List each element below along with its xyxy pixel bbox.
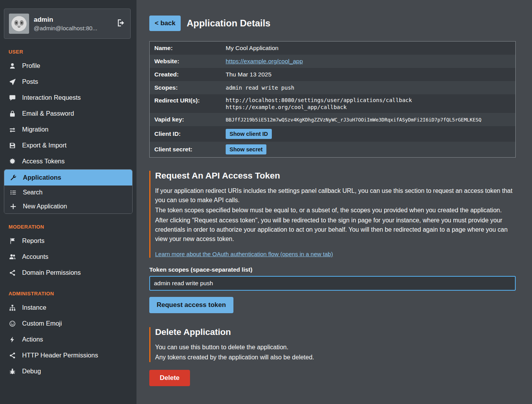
website-link[interactable]: https://example.org/cool_app	[226, 58, 303, 64]
token-paragraphs: If your application redirect URIs includ…	[155, 186, 516, 244]
request-access-token-button[interactable]: Request access token	[149, 297, 233, 313]
detail-label: Redirect URI(s):	[150, 94, 223, 107]
detail-label: Client secret:	[150, 143, 223, 156]
main-content: < back Application Details Name:My Cool …	[136, 0, 532, 404]
details-table: Name:My Cool ApplicationWebsite:https://…	[149, 41, 516, 158]
paper-plane-icon	[9, 78, 16, 85]
delete-paragraphs: You can use this button to delete the ap…	[155, 343, 516, 362]
certificate-icon	[9, 158, 16, 165]
show-client-id-button[interactable]: Show client ID	[226, 129, 272, 139]
sidebar-item-new-application[interactable]: New Application	[4, 199, 132, 213]
sidebar-item-label: Domain Permissions	[22, 269, 81, 276]
delete-section-block: Delete Application You can use this butt…	[149, 327, 516, 362]
sidebar-section-label: ADMINISTRATION	[9, 291, 136, 296]
user-handle: @admin@localhost:80...	[34, 25, 97, 31]
avatar	[9, 14, 29, 34]
sidebar-item-label: Export & Import	[22, 142, 67, 149]
token-scopes-label: Token scopes (space-separated list)	[149, 266, 516, 273]
user-icon	[9, 62, 16, 69]
back-button[interactable]: < back	[149, 16, 181, 31]
sidebar-item-label: Posts	[22, 78, 38, 85]
sidebar-item-label: Actions	[22, 336, 43, 343]
sidebar-item-instance[interactable]: Instance	[0, 300, 136, 316]
user-name: admin	[34, 16, 97, 24]
detail-label: Name:	[150, 42, 223, 54]
detail-value: admin read write push	[223, 82, 515, 93]
paragraph: If your application redirect URIs includ…	[155, 186, 516, 205]
token-section: Request An API Access Token If your appl…	[149, 171, 516, 313]
sidebar-item-actions[interactable]: Actions	[0, 331, 136, 347]
share-nodes-icon	[9, 269, 16, 276]
detail-value: Show client ID	[223, 126, 515, 142]
sidebar-item-label: Reports	[22, 237, 45, 244]
sidebar-item-debug[interactable]: Debug	[0, 363, 136, 379]
detail-row-redirect-uri-s: Redirect URI(s):http://localhost:8080/se…	[150, 94, 515, 113]
sidebar-item-label: Migration	[22, 126, 48, 133]
detail-row-vapid-key: Vapid key:BBJffJ219b5iE512m7wQSzv4KgKDhg…	[150, 113, 515, 126]
delete-section-title: Delete Application	[155, 327, 516, 337]
users-icon	[9, 253, 16, 260]
sidebar-item-access-tokens[interactable]: Access Tokens	[0, 153, 136, 169]
sidebar-item-label: Debug	[22, 368, 41, 375]
sidebar-item-domain-permissions[interactable]: Domain Permissions	[0, 265, 136, 281]
sidebar-item-label: Profile	[22, 62, 40, 69]
sidebar-submenu: SearchNew Application	[4, 186, 132, 213]
sitemap-icon	[9, 304, 16, 311]
delete-button[interactable]: Delete	[149, 370, 190, 386]
detail-label: Created:	[150, 68, 223, 81]
detail-label: Scopes:	[150, 81, 223, 94]
detail-label: Vapid key:	[150, 113, 223, 126]
sidebar-item-migration[interactable]: Migration	[0, 121, 136, 137]
sidebar-item-posts[interactable]: Posts	[0, 74, 136, 90]
plus-icon	[9, 203, 17, 210]
sidebar-item-applications[interactable]: Applications	[4, 170, 132, 186]
detail-value: http://localhost:8080/settings/user/appl…	[223, 94, 515, 113]
sidebar-item-interaction-requests[interactable]: Interaction Requests	[0, 90, 136, 106]
sidebar-item-email-password[interactable]: Email & Password	[0, 106, 136, 121]
share-nodes-icon	[9, 352, 16, 359]
lock-icon	[9, 110, 16, 117]
oauth-docs-link[interactable]: Learn more about the OAuth authenticatio…	[155, 251, 333, 257]
user-card[interactable]: admin @admin@localhost:80...	[4, 9, 131, 39]
wrench-icon	[9, 174, 17, 181]
detail-value-line: http://localhost:8080/settings/user/appl…	[226, 97, 512, 104]
sidebar-item-accounts[interactable]: Accounts	[0, 249, 136, 265]
detail-label: Website:	[150, 55, 223, 68]
detail-row-name: Name:My Cool Application	[150, 42, 515, 55]
bug-icon	[9, 368, 16, 375]
sidebar-item-reports[interactable]: Reports	[0, 233, 136, 249]
sidebar-item-profile[interactable]: Profile	[0, 58, 136, 74]
sidebar-item-label: Accounts	[22, 253, 48, 260]
paragraph: You can use this button to delete the ap…	[155, 343, 516, 352]
show-secret-button[interactable]: Show secret	[226, 144, 266, 154]
sidebar-nav: USERProfilePostsInteraction RequestsEmai…	[0, 49, 136, 379]
delete-section: Delete Application You can use this butt…	[149, 327, 516, 386]
sidebar-item-label: Search	[23, 189, 43, 196]
sign-out-icon[interactable]	[116, 18, 126, 29]
detail-row-client-secret: Client secret:Show secret	[150, 142, 515, 157]
sidebar-item-label: Custom Emoji	[22, 320, 62, 327]
page-title: Application Details	[187, 18, 270, 29]
sidebar-item-label: HTTP Header Permissions	[22, 352, 98, 359]
paragraph: After clicking "Request access token", y…	[155, 216, 516, 244]
sidebar-item-custom-emoji[interactable]: Custom Emoji	[0, 316, 136, 331]
sidebar-group-applications: ApplicationsSearchNew Application	[4, 169, 133, 214]
sidebar-item-search[interactable]: Search	[4, 186, 132, 199]
sidebar-item-label: Interaction Requests	[22, 94, 81, 101]
detail-value: My Cool Application	[223, 42, 515, 54]
comments-icon	[9, 94, 16, 101]
detail-row-client-id: Client ID:Show client ID	[150, 126, 515, 142]
sidebar-item-export-import[interactable]: Export & Import	[0, 137, 136, 153]
token-scopes-input[interactable]	[149, 276, 516, 291]
token-section-title: Request An API Access Token	[155, 171, 516, 181]
sidebar-item-label: Email & Password	[22, 110, 74, 117]
floppy-icon	[9, 142, 16, 149]
list-icon	[9, 189, 17, 196]
detail-value: BBJffJ219b5iE512m7wQSzv4KgKDhgZZVzNyWC_r…	[223, 114, 515, 125]
paragraph: Any tokens created by the application wi…	[155, 353, 516, 362]
user-meta: admin @admin@localhost:80...	[34, 16, 97, 31]
sidebar-item-http-header-permissions[interactable]: HTTP Header Permissions	[0, 347, 136, 363]
detail-value: Show secret	[223, 142, 515, 157]
detail-value: Thu Mar 13 2025	[223, 69, 515, 80]
sidebar: admin @admin@localhost:80... USERProfile…	[0, 0, 136, 404]
